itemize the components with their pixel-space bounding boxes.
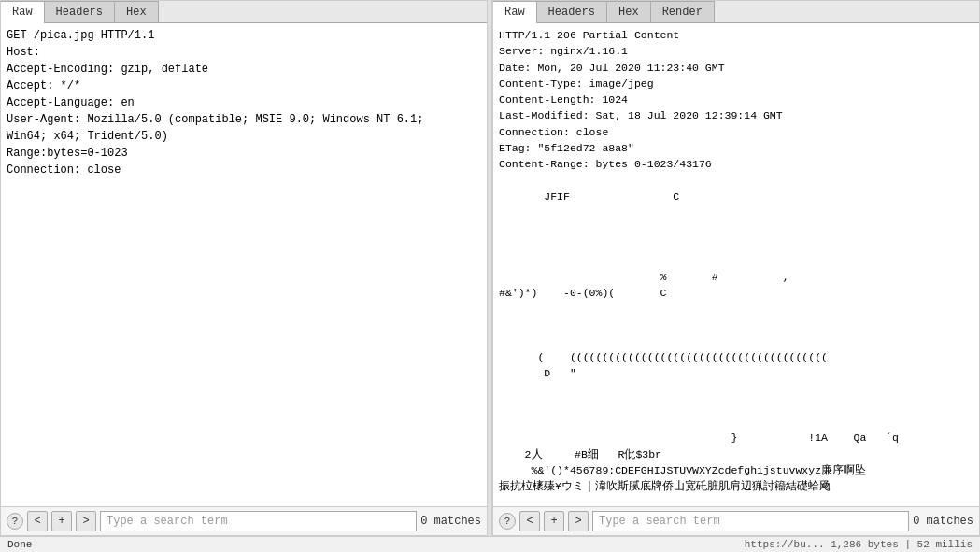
status-info: https://bu... 1,286 bytes | 52 millis	[745, 539, 973, 550]
right-search-bar: ? < + > 0 matches	[493, 506, 979, 535]
left-next-button[interactable]: >	[76, 511, 96, 531]
right-match-count: 0 matches	[913, 515, 973, 528]
right-content: HTTP/1.1 206 Partial Content Server: ngi…	[493, 23, 979, 506]
left-content: GET /pica.jpg HTTP/1.1 Host: Accept-Enco…	[1, 23, 487, 506]
left-pane: Raw Headers Hex GET /pica.jpg HTTP/1.1 H…	[0, 0, 487, 536]
left-search-input[interactable]	[100, 511, 417, 531]
status-done: Done	[7, 539, 32, 550]
right-tab-bar: Raw Headers Hex Render	[493, 1, 979, 23]
right-tab-hex[interactable]: Hex	[606, 1, 650, 22]
left-tab-bar: Raw Headers Hex	[1, 1, 487, 23]
right-help-button[interactable]: ?	[499, 513, 516, 530]
left-help-button[interactable]: ?	[7, 513, 23, 530]
right-prev-button[interactable]: <	[519, 511, 540, 531]
left-add-button[interactable]: +	[51, 511, 72, 531]
left-tab-hex[interactable]: Hex	[114, 1, 159, 22]
right-tab-headers[interactable]: Headers	[536, 1, 606, 22]
right-pane: Raw Headers Hex Render HTTP/1.1 206 Part…	[492, 0, 980, 536]
right-next-button[interactable]: >	[568, 511, 589, 531]
left-search-bar: ? < + > 0 matches	[1, 506, 487, 535]
left-match-count: 0 matches	[420, 515, 481, 528]
status-bar: Done https://bu... 1,286 bytes | 52 mill…	[0, 536, 980, 552]
right-search-input[interactable]	[592, 511, 909, 531]
left-tab-raw[interactable]: Raw	[1, 1, 44, 23]
right-add-button[interactable]: +	[544, 511, 564, 531]
right-tab-raw[interactable]: Raw	[493, 1, 536, 23]
left-prev-button[interactable]: <	[27, 511, 48, 531]
left-tab-headers[interactable]: Headers	[44, 1, 114, 22]
main-container: Raw Headers Hex GET /pica.jpg HTTP/1.1 H…	[0, 0, 980, 536]
right-tab-render[interactable]: Render	[650, 1, 715, 22]
